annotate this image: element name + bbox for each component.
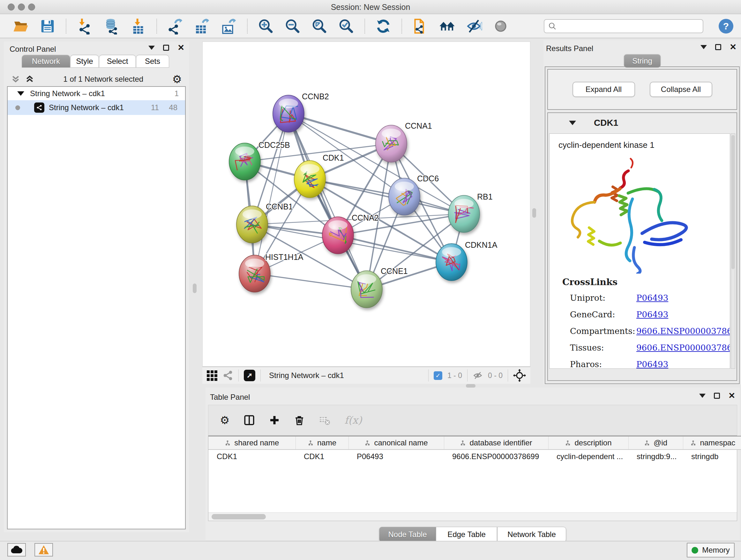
table-cell[interactable]: cyclin-dependent ... [548, 449, 628, 463]
tab-network-table[interactable]: Network Table [497, 527, 566, 542]
column-header-canonical-name[interactable]: canonical name [348, 436, 444, 449]
control-panel-close-icon[interactable]: ✕ [178, 45, 185, 51]
table-cell[interactable]: P06493 [348, 449, 444, 463]
crosslink-label: Tissues: [562, 343, 636, 353]
memory-button[interactable]: Memory [687, 543, 735, 557]
clone-network-button[interactable] [412, 17, 429, 35]
import-network-from-database-button[interactable] [103, 17, 120, 35]
add-column-icon[interactable] [269, 415, 280, 426]
results-panel-menu-icon[interactable] [700, 45, 707, 49]
export-network-button[interactable] [166, 17, 184, 35]
zoom-fit-button[interactable] [311, 17, 328, 35]
node-CCNB1[interactable] [237, 206, 268, 243]
table-cell[interactable]: stringdb:9... [628, 449, 683, 463]
network-options-gear-icon[interactable]: ⚙ [172, 74, 182, 84]
node-CDC6[interactable] [389, 178, 420, 215]
column-header-shared-name[interactable]: shared name [208, 436, 295, 449]
grid-view-icon[interactable] [207, 370, 217, 381]
collapse-all-button[interactable]: Collapse All [650, 82, 712, 97]
show-columns-icon[interactable] [244, 415, 255, 426]
crosslink-value-link[interactable]: P06493 [636, 310, 668, 319]
search-input[interactable] [559, 20, 699, 32]
save-session-button[interactable] [39, 17, 56, 35]
node-CCNA2[interactable] [322, 217, 354, 254]
warnings-button[interactable] [35, 543, 53, 557]
node-CDC25B[interactable] [229, 143, 260, 180]
right-splitter-handle[interactable] [532, 208, 536, 218]
results-scrollbar[interactable] [731, 133, 735, 369]
delete-column-icon[interactable] [294, 415, 305, 426]
zoom-out-button[interactable] [284, 17, 301, 35]
crosslink-value-link[interactable]: P06493 [636, 360, 668, 369]
expand-all-icon[interactable] [11, 74, 20, 84]
expand-all-button[interactable]: Expand All [572, 82, 635, 97]
collapse-all-icon[interactable] [25, 74, 35, 84]
import-table-button[interactable] [130, 17, 147, 35]
cdk1-caret-icon[interactable] [569, 121, 576, 125]
node-CCNA1[interactable] [376, 125, 407, 162]
table-panel-float-icon[interactable] [714, 393, 720, 399]
network-collection-row[interactable]: String Network – cdk1 1 [8, 87, 185, 100]
tab-string[interactable]: String [623, 54, 661, 68]
table-row[interactable]: CDK1CDK1P064939606.ENSP00000378699cyclin… [208, 449, 741, 463]
open-session-button[interactable] [12, 17, 29, 35]
column-header-name[interactable]: name [295, 436, 348, 449]
tab-network[interactable]: Network [22, 55, 70, 68]
tab-select[interactable]: Select [99, 55, 136, 68]
column-header-namespac[interactable]: namespac [683, 436, 741, 449]
left-splitter-handle[interactable] [193, 284, 197, 293]
results-panel-float-icon[interactable] [715, 44, 721, 50]
share-view-icon[interactable] [222, 370, 233, 381]
table-cell[interactable]: CDK1 [295, 449, 348, 463]
string-network-graph[interactable]: CCNB2CCNA1CDC25BCDK1CDC6RB1CCNB1CCNA2CDK… [203, 42, 531, 367]
bottom-splitter-handle[interactable] [466, 384, 475, 388]
zoom-selected-button[interactable] [338, 17, 355, 35]
crosslink-value-link[interactable]: 9606.ENSP00000378699 [636, 343, 730, 353]
help-button[interactable]: ? [719, 19, 733, 34]
control-panel-menu-icon[interactable] [148, 46, 155, 50]
edge-CCNB2-HIST1H1A[interactable] [255, 114, 288, 273]
tab-edge-table[interactable]: Edge Table [436, 527, 497, 542]
table-panel-menu-icon[interactable] [699, 394, 705, 398]
node-CDKN1A[interactable] [436, 244, 467, 281]
collection-caret-icon[interactable] [17, 91, 24, 96]
export-image-button[interactable] [220, 17, 238, 35]
export-table-button[interactable] [193, 17, 211, 35]
network-row[interactable]: String Network – cdk1 11 48 [8, 100, 185, 115]
node-CCNB2[interactable] [273, 95, 304, 132]
home-button[interactable] [439, 17, 456, 35]
show-panel-button[interactable] [492, 17, 509, 35]
control-panel-float-icon[interactable] [163, 45, 169, 51]
edge-CCNB2-CCNE1[interactable] [288, 114, 367, 289]
results-panel-close-icon[interactable]: ✕ [730, 44, 737, 50]
column-header-database-identifier[interactable]: database identifier [444, 436, 548, 449]
cloud-button[interactable] [7, 543, 26, 557]
crosslink-value-link[interactable]: 9606.ENSP00000378699 [636, 326, 730, 336]
tab-node-table[interactable]: Node Table [379, 527, 436, 542]
edge-HIST1H1A-CCNE1[interactable] [255, 273, 367, 289]
zoom-in-button[interactable] [257, 17, 274, 35]
import-network-button[interactable] [76, 17, 93, 35]
table-horizontal-scrollbar[interactable] [208, 512, 737, 521]
node-RB1[interactable] [448, 195, 480, 233]
selected-checkbox-icon[interactable]: ✓ [434, 371, 442, 380]
table-options-gear-icon[interactable]: ⚙ [220, 415, 229, 426]
network-status-dot [15, 105, 20, 110]
column-header-description[interactable]: description [548, 436, 628, 449]
tab-style[interactable]: Style [70, 55, 99, 68]
table-cell[interactable]: 9606.ENSP00000378699 [444, 449, 548, 463]
tab-sets[interactable]: Sets [136, 55, 169, 68]
birdseye-crosshair-icon[interactable] [513, 369, 526, 382]
column-header--id[interactable]: @id [628, 436, 683, 449]
refresh-button[interactable] [375, 17, 392, 35]
table-cell[interactable]: stringdb [683, 449, 741, 463]
node-CDK1[interactable] [294, 161, 326, 198]
open-in-window-icon[interactable]: ➚ [244, 370, 255, 381]
table-cell[interactable]: CDK1 [208, 449, 295, 463]
cdk1-section-header[interactable]: CDK1 [548, 113, 737, 133]
crosslink-value-link[interactable]: P06493 [636, 293, 668, 303]
network-canvas[interactable]: CCNB2CCNA1CDC25BCDK1CDC6RB1CCNB1CCNA2CDK… [202, 42, 530, 367]
node-CCNE1[interactable] [351, 271, 382, 308]
hide-panel-button[interactable] [465, 17, 482, 35]
table-panel-close-icon[interactable]: ✕ [728, 393, 735, 399]
